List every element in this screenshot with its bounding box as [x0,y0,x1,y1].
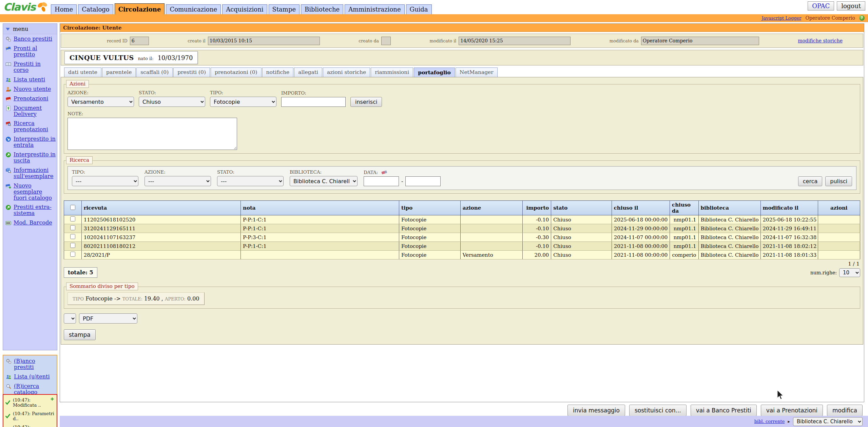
tab-azioni-storiche[interactable]: azioni storiche [323,67,370,77]
modifica-button[interactable]: modifica [827,405,863,416]
cell-importo: -0.10 [522,224,551,233]
col-header-importo[interactable]: importo [522,201,551,215]
sidebar-item-document-delivery[interactable]: Document Delivery [3,103,57,119]
col-header-modificato-il[interactable]: modificato il [760,201,818,215]
user-name-box: CINQUE VULTUS nato il: 10/03/1970 [64,51,198,64]
tab-scaffali[interactable]: scaffali (0) [136,67,173,77]
col-header-ricevuta[interactable]: ricevuta [81,201,240,215]
vai-a-banco-prestiti-button[interactable]: vai a Banco Prestiti [691,405,757,416]
biblioteca-corrente-select[interactable]: Biblioteca C. Chiarello [793,417,863,426]
export-secondary-select[interactable] [64,313,76,324]
azioni-legend: Azioni [66,80,89,88]
nav-tab-guida[interactable]: Guida [406,4,432,14]
tab-prenotazioni[interactable]: prenotazioni (0) [211,67,262,77]
nav-tab-stampe[interactable]: Stampe [269,4,300,14]
filtro-stato-label: STATO: [217,169,284,175]
shortcut-banco-prestiti[interactable]: (B)anco prestiti [3,356,57,372]
importo-input[interactable] [281,97,346,107]
shortcut-lista-utenti[interactable]: Lista (u)tenti [3,372,57,382]
row-checkbox[interactable] [70,243,75,248]
nav-tab-amministrazione[interactable]: Amministrazione [345,4,404,14]
stato-select[interactable]: Chiuso [139,97,205,107]
cell-stato: Chiuso [551,242,612,251]
filtro-azione-select[interactable]: --- [144,176,211,186]
modifiche-storiche-link[interactable]: modifiche storiche [798,38,843,43]
tab-notifiche[interactable]: notifiche [262,67,294,77]
num-righe-select[interactable]: 10 [839,268,860,277]
tab-parentele[interactable]: parentele [102,67,136,77]
sidebar-item-nuovo-esemplare[interactable]: Nuovo esemplare fuori catalogo [3,181,57,203]
nav-tab-comunicazione[interactable]: Comunicazione [166,4,221,14]
stato-group: STATO: Chiuso [139,90,205,107]
col-header-azione[interactable]: azione [460,201,522,215]
sidebar-item-banco-prestiti[interactable]: Banco prestiti [3,34,57,44]
menu-collapse-toggle[interactable]: menu [3,24,57,34]
row-checkbox[interactable] [70,252,75,257]
filtro-stato-select[interactable]: --- [217,176,284,186]
tab-allegati[interactable]: allegati [294,67,322,77]
invia-messaggio-button[interactable]: invia messaggio [567,405,625,416]
stampa-button[interactable]: stampa [64,329,96,340]
vai-a-prenotazioni-button[interactable]: vai a Prenotazioni [761,405,823,416]
export-row: PDF [64,313,860,324]
col-header-nota[interactable]: nota [241,201,399,215]
tab-netmanager[interactable]: NetManager [456,67,498,77]
filtro-tipo-select[interactable]: --- [72,176,138,186]
select-all-checkbox[interactable] [70,205,75,210]
sostituisci-con-button[interactable]: sostituisci con... [629,405,687,416]
cell-azione [460,242,522,251]
tab-dati-utente[interactable]: dati utente [64,67,101,77]
col-header-biblioteca[interactable]: biblioteca [698,201,760,215]
sidebar-item-informazioni-esemplare[interactable]: Informazioni sull'esemplare [3,166,57,181]
tab-prestiti[interactable]: prestiti (0) [173,67,210,77]
sidebar-item-mod-barcode[interactable]: Mod. Barcode [3,218,57,228]
azione-select[interactable]: Versamento [67,97,134,107]
opac-button[interactable]: OPAC [808,1,834,11]
eraser-icon[interactable] [381,170,388,175]
nav-tab-catalogo[interactable]: Catalogo [78,4,113,14]
filtro-biblioteca-select[interactable]: Biblioteca C. Chiarello [290,176,358,186]
data-da-input[interactable] [364,176,399,186]
sidebar-item-nuovo-utente[interactable]: Nuovo utente [3,84,57,94]
nav-tab-acquisizioni[interactable]: Acquisizioni [222,4,267,14]
help-icon[interactable]: ? [859,15,865,21]
export-format-select[interactable]: PDF [79,313,137,324]
table-row: 28/2021/P Fotocopie Versamento 20.00 Chi… [64,251,860,259]
nav-tab-circolazione[interactable]: Circolazione [115,3,165,14]
cell-select [64,224,82,233]
sidebar-item-prestiti-in-corso[interactable]: Prestiti in corso [3,59,57,75]
record-id-field: record ID [107,37,149,45]
sidebar-item-prestiti-extra-sistema[interactable]: Prestiti extra-sistema [3,202,57,218]
sidebar-item-lista-utenti[interactable]: Lista utenti [3,75,57,84]
javascript-logger-link[interactable]: Javascript Logger [761,16,801,21]
note-textarea[interactable] [67,118,237,150]
cell-ricevuta: 28/2021/P [81,251,240,259]
cell-nota: P-P:1-C:1 [241,224,399,233]
nav-tab-biblioteche[interactable]: Biblioteche [301,4,343,14]
sidebar-item-label: Prestiti extra-sistema [14,204,56,216]
col-header-tipo[interactable]: tipo [399,201,461,215]
nav-tab-home[interactable]: Home [51,4,77,14]
sidebar-item-interprestito-uscita[interactable]: Interprestito in uscita [3,150,57,166]
cerca-button[interactable]: cerca [798,176,822,186]
inserisci-button[interactable]: inserisci [350,97,382,107]
row-checkbox[interactable] [70,216,75,221]
col-header-azioni[interactable]: azioni [818,201,860,215]
row-checkbox[interactable] [70,234,75,239]
logout-button[interactable]: logout [837,1,865,11]
sidebar-item-prenotazioni[interactable]: Prenotazioni [3,94,57,103]
sidebar-item-interprestito-entrata[interactable]: Interprestito in entrata [3,134,57,150]
sidebar-item-ricerca-prenotazioni[interactable]: Ricerca prenotazioni [3,119,57,134]
sidebar-item-pronti-al-prestito[interactable]: Pronti al prestito [3,44,57,59]
data-a-input[interactable] [405,176,441,186]
tab-portafoglio[interactable]: portafoglio [414,67,455,77]
tab-riammissioni[interactable]: riammissioni [371,67,413,77]
tipo-select[interactable]: Fotocopie [210,97,276,107]
bibl-corrente-link[interactable]: bibl. corrente [754,419,785,424]
row-checkbox[interactable] [70,225,75,230]
col-header-chiuso-il[interactable]: chiuso il [612,201,670,215]
tipo-label: TIPO: [210,90,276,95]
pulisci-button[interactable]: pulisci [825,176,852,186]
col-header-chiuso-da[interactable]: chiuso da [670,201,698,215]
col-header-stato[interactable]: stato [551,201,612,215]
